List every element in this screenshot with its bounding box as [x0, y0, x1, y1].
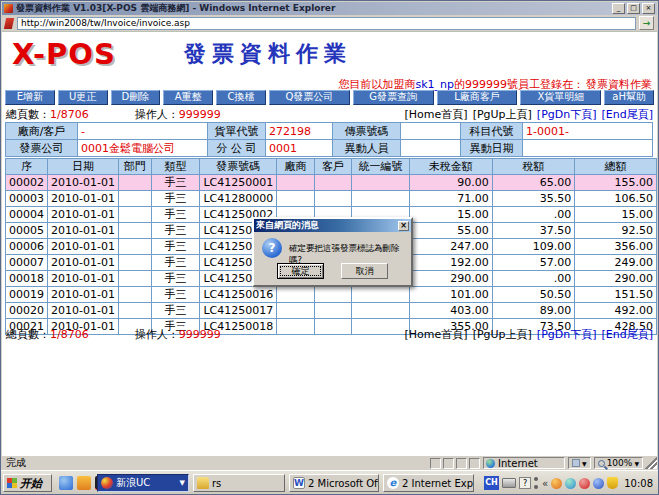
field-label: 廠商/客戶	[6, 123, 78, 140]
xpos-logo: X-POS	[12, 37, 116, 71]
nav-button-6[interactable]: Q發票公司	[269, 90, 350, 105]
help-icon[interactable]: ?	[519, 477, 531, 489]
start-label: 开始	[20, 476, 42, 491]
pager-link-2[interactable]: [PgUp上頁]	[473, 107, 532, 122]
taskbar-task-3[interactable]: W2 Microsoft Off...▼	[289, 474, 379, 492]
nav-button-2[interactable]: U更正	[58, 90, 108, 105]
pager-link-3[interactable]: [PgDn下頁]	[537, 327, 597, 342]
invoice-row[interactable]: 000202010-01-01手三LC41250017403.0089.0049…	[6, 303, 657, 319]
tray-icon-2[interactable]	[565, 478, 576, 489]
dialog-titlebar[interactable]: 來自網頁的消息 ×	[254, 219, 411, 232]
invoice-cell: 00006	[6, 239, 48, 255]
invoice-cell	[118, 223, 151, 239]
field-label: 科目代號	[461, 123, 523, 140]
page-view-segment[interactable]: ▼	[568, 457, 591, 469]
close-button[interactable]: ×	[642, 3, 655, 14]
task-dropdown-icon[interactable]: ▼	[180, 479, 185, 487]
field-value[interactable]: 0001	[266, 140, 333, 157]
task-label: rs	[212, 478, 221, 489]
nav-button-10[interactable]: aH幫助	[604, 90, 654, 105]
restore-button[interactable]: □	[627, 3, 640, 14]
start-button[interactable]: 开始	[3, 474, 52, 492]
invoice-cell: 57.00	[492, 255, 575, 271]
invoice-cell: 2010-01-01	[48, 239, 119, 255]
invoice-cell: 492.00	[575, 303, 657, 319]
system-tray: CH ? « 10:08	[484, 474, 656, 492]
column-header: 類型	[151, 159, 200, 175]
zoom-control[interactable]: 100%▼	[594, 457, 643, 469]
pager-top: 總頁數：1/8706操作人：999999[Home首頁][PgUp上頁][PgD…	[6, 107, 653, 121]
nav-button-8[interactable]: L廠商客戶	[437, 90, 518, 105]
invoice-cell: 00003	[6, 191, 48, 207]
invoice-cell: 手三	[151, 207, 200, 223]
header-row: 序日期部門類型發票號碼廠商客戶統一編號未稅金額稅額總額	[6, 159, 657, 175]
field-value[interactable]: -	[78, 123, 208, 140]
nav-button-1[interactable]: E增新	[5, 90, 55, 105]
field-value[interactable]: 1-0001-	[523, 123, 653, 140]
invoice-cell: 2010-01-01	[48, 223, 119, 239]
invoice-cell: .00	[492, 271, 575, 287]
pager-link-4[interactable]: [End尾頁]	[602, 107, 654, 122]
invoice-row[interactable]: 000032010-01-01手三LC4128000071.0035.50106…	[6, 191, 657, 207]
field-value[interactable]: 272198	[266, 123, 333, 140]
pager-link-2[interactable]: [PgUp上頁]	[473, 327, 532, 342]
operator-label: 操作人：	[135, 107, 179, 122]
taskbar-task-1[interactable]: 新浪UC▼	[97, 474, 189, 492]
dropdown-arrow-icon: ▼	[582, 460, 587, 467]
record-form-body: 廠商/客戶-貨單代號272198傳票號碼科目代號1-0001-發票公司0001金…	[6, 123, 653, 157]
ie-icon: e	[387, 477, 399, 489]
pager-link-4[interactable]: [End尾頁]	[602, 327, 654, 342]
taskbar-task-2[interactable]: rs	[193, 474, 285, 492]
printer-icon[interactable]	[502, 478, 516, 488]
tray-icon-4[interactable]	[593, 478, 604, 489]
invoice-cell: 50.50	[492, 287, 575, 303]
invoice-cell: 15.00	[575, 207, 657, 223]
ok-button[interactable]: 確定	[277, 263, 324, 279]
invoice-cell: 00020	[6, 303, 48, 319]
invoice-cell: 2010-01-01	[48, 287, 119, 303]
collapse-tray-icon[interactable]: «	[542, 478, 548, 489]
invoice-cell: 手三	[151, 175, 200, 191]
windows-logo-icon	[7, 478, 17, 488]
cancel-button[interactable]: 取消	[341, 263, 388, 279]
nav-button-5[interactable]: C換檔	[216, 90, 266, 105]
nav-button-7[interactable]: G發票查詢	[353, 90, 434, 105]
field-value[interactable]: 0001金鬆電腦公司	[78, 140, 208, 157]
invoice-cell: LC41250017	[200, 303, 277, 319]
pages-value: 1/8706	[50, 328, 89, 341]
minimize-button[interactable]: _	[612, 3, 625, 14]
invoice-cell: 55.00	[409, 223, 492, 239]
go-button[interactable]: →	[639, 16, 654, 30]
pages-value: 1/8706	[50, 108, 89, 121]
resize-grip[interactable]	[645, 457, 657, 469]
quick-launch-icon-1[interactable]	[59, 476, 73, 490]
field-value[interactable]	[401, 123, 461, 140]
field-value[interactable]	[401, 140, 461, 157]
tray-dots-icon	[534, 477, 539, 489]
invoice-row[interactable]: 000022010-01-01手三LC4125000190.0065.00155…	[6, 175, 657, 191]
pager-link-1[interactable]: [Home首頁]	[405, 107, 468, 122]
pager-link-1[interactable]: [Home首頁]	[405, 327, 468, 342]
tray-icon-3[interactable]	[579, 478, 590, 489]
nav-button-4[interactable]: A重整	[163, 90, 213, 105]
invoice-cell: 2010-01-01	[48, 207, 119, 223]
dialog-close-icon[interactable]: ×	[398, 221, 409, 231]
tray-icon-1[interactable]	[551, 478, 562, 489]
invoice-cell: 手三	[151, 255, 200, 271]
taskbar-task-4[interactable]: e2 Internet Expl...▼	[383, 474, 474, 492]
invoice-row[interactable]: 000192010-01-01手三LC41250016101.0050.5015…	[6, 287, 657, 303]
nav-button-9[interactable]: X貨單明細	[520, 90, 601, 105]
invoice-cell	[277, 287, 314, 303]
dropdown-arrow-icon: ▼	[634, 460, 639, 467]
quick-launch-icon-2[interactable]	[77, 476, 91, 490]
security-shield-icon[interactable]	[607, 477, 618, 489]
window-titlebar[interactable]: 發票資料作業 V1.03[X-POS 雲端商務網] - Windows Inte…	[2, 2, 657, 15]
field-label: 異動人員	[333, 140, 401, 157]
field-value[interactable]	[523, 140, 653, 157]
pager-link-3[interactable]: [PgDn下頁]	[537, 107, 597, 122]
ime-indicator[interactable]: CH	[484, 476, 499, 490]
url-input[interactable]: http://win2008/tw/Invoice/invoice.asp	[17, 17, 636, 30]
nav-button-3[interactable]: D刪除	[111, 90, 161, 105]
invoice-cell: 290.00	[409, 271, 492, 287]
invoice-cell: 92.50	[575, 223, 657, 239]
